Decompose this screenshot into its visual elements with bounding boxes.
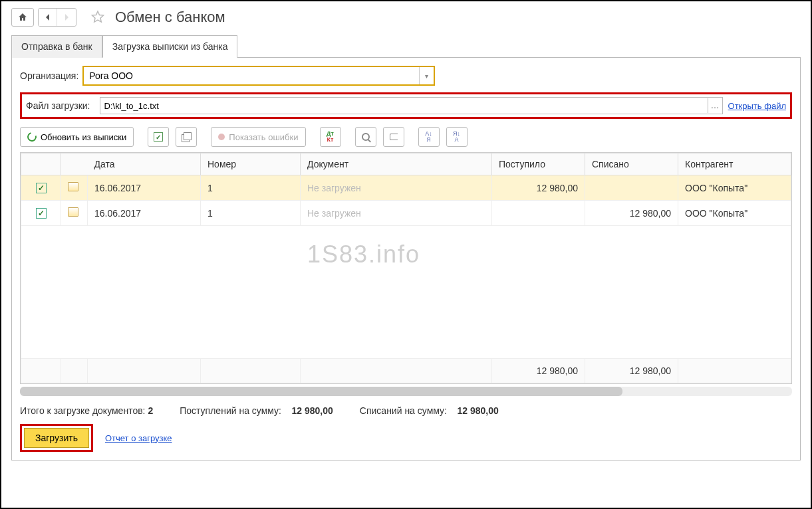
col-in[interactable]: Поступило	[492, 153, 585, 175]
horizontal-scrollbar[interactable]	[20, 387, 792, 396]
sort-desc-button[interactable]: Я↓А	[446, 127, 468, 147]
table-row[interactable]: ✓ 16.06.2017 1 Не загружен 12 980,00 ООО…	[21, 201, 791, 226]
page-title: Обмен с банком	[115, 9, 225, 26]
documents-table: Дата Номер Документ Поступило Списано Ко…	[21, 153, 791, 383]
back-button[interactable]	[39, 9, 57, 26]
out-sum-label: Списаний на сумму:	[360, 405, 447, 416]
table-row[interactable]: ✓ 16.06.2017 1 Не загружен 12 980,00 ООО…	[21, 175, 791, 201]
magnifier-icon	[362, 133, 370, 141]
dtkt-button[interactable]: ДтКт	[320, 127, 341, 147]
refresh-button[interactable]: Обновить из выписки	[20, 127, 134, 147]
search-button[interactable]	[355, 127, 376, 147]
total-out: 12 980,00	[585, 359, 678, 383]
show-errors-label: Показать ошибки	[229, 132, 298, 142]
tab-send-to-bank[interactable]: Отправка в банк	[11, 35, 102, 58]
file-label: Файл загрузки:	[26, 100, 90, 111]
dtkt-icon: ДтКт	[327, 131, 334, 143]
file-path-input[interactable]	[100, 100, 708, 112]
col-document[interactable]: Документ	[301, 153, 492, 175]
docs-count-label: Итого к загрузке документов:	[20, 405, 146, 416]
arrow-right-icon	[61, 12, 72, 23]
open-file-link[interactable]: Открыть файл	[728, 101, 786, 111]
col-party[interactable]: Контрагент	[678, 153, 791, 175]
tab-load-from-bank[interactable]: Загрузка выписки из банка	[102, 35, 238, 58]
uncheck-all-button[interactable]	[176, 127, 197, 147]
plug-icon	[390, 134, 398, 140]
total-in: 12 980,00	[492, 359, 585, 383]
load-button[interactable]: Загрузить	[24, 428, 89, 448]
refresh-label: Обновить из выписки	[41, 132, 126, 142]
organization-dropdown[interactable]: ▾	[419, 67, 434, 84]
document-icon	[68, 207, 78, 217]
sort-asc-icon: А↓Я	[425, 131, 432, 143]
file-browse-button[interactable]: …	[708, 98, 722, 113]
col-number[interactable]: Номер	[201, 153, 301, 175]
show-errors-button[interactable]: Показать ошибки	[211, 127, 305, 147]
docs-count-value: 2	[148, 405, 153, 416]
home-button[interactable]	[11, 8, 34, 27]
organization-label: Организация:	[20, 70, 78, 81]
load-report-link[interactable]: Отчет о загрузке	[105, 433, 172, 443]
sort-asc-button[interactable]: А↓Я	[418, 127, 440, 147]
row-checkbox[interactable]: ✓	[36, 183, 47, 193]
sort-desc-icon: Я↓А	[453, 131, 460, 143]
in-sum-value: 12 980,00	[292, 405, 333, 416]
col-date[interactable]: Дата	[88, 153, 201, 175]
uncheck-all-icon	[182, 132, 191, 142]
error-icon	[218, 134, 225, 140]
check-all-icon: ✓	[154, 132, 163, 142]
check-all-button[interactable]: ✓	[148, 127, 169, 147]
home-icon	[17, 12, 28, 23]
organization-input[interactable]	[84, 68, 419, 84]
forward-button[interactable]	[57, 9, 76, 26]
refresh-icon	[25, 130, 38, 143]
row-checkbox[interactable]: ✓	[36, 208, 47, 219]
arrow-left-icon	[43, 12, 53, 23]
document-icon	[68, 182, 78, 191]
settings-button[interactable]	[383, 127, 404, 147]
in-sum-label: Поступлений на сумму:	[180, 405, 281, 416]
favorite-star-icon[interactable]	[90, 9, 106, 25]
col-out[interactable]: Списано	[585, 153, 678, 175]
out-sum-value: 12 980,00	[458, 405, 499, 416]
